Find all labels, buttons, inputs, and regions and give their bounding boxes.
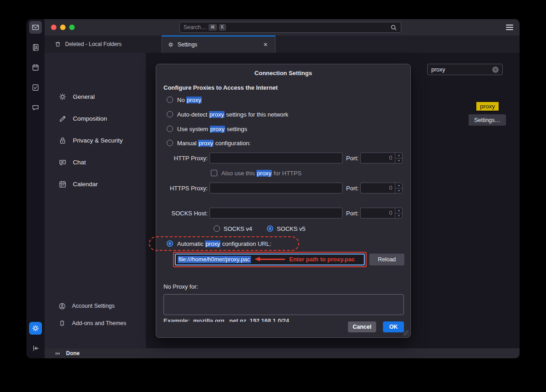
dialog-title: Connection Settings (156, 70, 410, 76)
sidebar-item-addons-themes[interactable]: Add-ons and Themes (45, 315, 146, 332)
status-bar: Done (45, 348, 520, 358)
sidebar-item-calendar[interactable]: Calendar (45, 173, 146, 195)
zoom-window-button[interactable] (69, 25, 75, 30)
close-window-button[interactable] (51, 25, 56, 30)
radio-icon[interactable] (167, 140, 173, 146)
checkbox-icon[interactable] (211, 170, 217, 176)
checkbox-also-https[interactable]: Also use this proxy for HTTPS (211, 169, 301, 177)
radio-automatic-proxy-url[interactable]: Automatic proxy configuration URL: (167, 240, 271, 247)
puzzle-icon (58, 320, 66, 327)
radio-autodetect-proxy[interactable]: Auto-detect proxy settings for this netw… (167, 111, 288, 118)
port-label: Port: (346, 155, 358, 162)
radio-icon[interactable] (167, 97, 173, 103)
gear-icon (31, 324, 40, 332)
spinner-arrows-icon[interactable]: ▴▾ (395, 153, 402, 163)
chat-space-button[interactable] (29, 101, 42, 114)
tab-label: Settings (178, 41, 197, 48)
trash-icon (55, 41, 61, 47)
reload-button[interactable]: Reload (369, 254, 404, 265)
resize-grip[interactable] (403, 331, 409, 336)
spinner-arrows-icon[interactable]: ▴▾ (395, 183, 402, 193)
connection-settings-button[interactable]: Settings… (469, 114, 506, 126)
sidebar-item-label: Privacy & Security (73, 137, 123, 144)
search-match-highlight: proxy (476, 102, 499, 111)
sidebar-item-label: Composition (73, 115, 107, 122)
port-value: 0 (361, 183, 395, 193)
socks-v4-label: SOCKS v4 (224, 225, 252, 232)
tab-settings[interactable]: Settings ✕ (162, 36, 276, 53)
address-book-icon (31, 43, 40, 51)
settings-sidebar: General Composition Privacy & Security (45, 53, 146, 348)
tasks-space-button[interactable] (29, 81, 42, 94)
shortcut-key-cmd: ⌘ (209, 24, 217, 31)
https-proxy-input[interactable] (209, 183, 342, 193)
no-proxy-for-textarea[interactable] (163, 294, 404, 315)
radio-system-proxy[interactable]: Use system proxy settings (167, 125, 247, 132)
radio-label: Manual proxy configuration: (177, 140, 251, 147)
addressbook-space-button[interactable] (29, 41, 42, 54)
mail-icon (31, 23, 40, 31)
no-proxy-for-label: No Proxy for: (163, 283, 198, 290)
socks-port-stepper[interactable]: 0 ▴▾ (360, 208, 403, 219)
radio-socks-v4[interactable] (214, 225, 220, 232)
status-text: Done (66, 350, 80, 356)
sidebar-item-label: Add-ons and Themes (72, 320, 126, 326)
pencil-icon (58, 114, 67, 123)
collapse-left-icon (31, 344, 40, 352)
tasks-icon (31, 83, 40, 92)
radio-manual-proxy[interactable]: Manual proxy configuration: (167, 139, 251, 147)
folder-tab-text: Deleted - Local Folders (65, 41, 122, 47)
chat-icon (31, 103, 40, 112)
sidebar-item-privacy-security[interactable]: Privacy & Security (45, 129, 146, 151)
port-label: Port: (346, 185, 358, 192)
http-proxy-label: HTTP Proxy: (163, 155, 208, 162)
mail-space-button[interactable] (29, 21, 42, 34)
spaces-toolbar (26, 19, 45, 358)
annotation-arrow-line (260, 259, 285, 260)
tab-bar: Deleted - Local Folders Settings ✕ (45, 36, 520, 53)
http-proxy-input[interactable] (209, 153, 342, 163)
radio-icon[interactable] (167, 126, 173, 132)
cancel-button[interactable]: Cancel (348, 321, 376, 332)
radio-socks-v5[interactable] (267, 225, 273, 232)
settings-search-value: proxy (431, 66, 445, 73)
minimize-window-button[interactable] (60, 25, 66, 30)
sidebar-item-account-settings[interactable]: Account Settings (45, 297, 146, 315)
settings-space-button[interactable] (29, 322, 42, 335)
radio-label: No proxy (177, 97, 202, 103)
socks-v5-label: SOCKS v5 (277, 225, 306, 232)
settings-search-input[interactable]: proxy ✕ (427, 64, 503, 75)
sidebar-item-label: Account Settings (72, 303, 115, 309)
socks-host-input[interactable] (209, 208, 342, 219)
window-controls (51, 25, 75, 30)
collapse-toolbar-button[interactable] (29, 342, 42, 355)
spinner-arrows-icon[interactable]: ▴▾ (395, 208, 402, 218)
radio-icon[interactable] (167, 240, 173, 247)
sidebar-item-general[interactable]: General (45, 86, 146, 107)
radio-icon[interactable] (167, 111, 173, 117)
sidebar-item-label: Calendar (73, 181, 98, 188)
ok-button[interactable]: OK (383, 321, 404, 332)
app-menu-button[interactable] (506, 25, 513, 30)
clear-search-icon[interactable]: ✕ (492, 66, 499, 73)
socks-host-label: SOCKS Host: (163, 210, 208, 217)
settings-page-backdrop: proxy ✕ proxy Settings… Connection Setti… (146, 53, 520, 348)
folder-tab-label[interactable]: Deleted - Local Folders (55, 41, 122, 47)
dialog-heading: Configure Proxies to Access the Internet (163, 84, 278, 91)
connection-settings-dialog: Connection Settings Configure Proxies to… (156, 64, 411, 338)
radio-label: Automatic proxy configuration URL: (177, 240, 271, 247)
close-tab-button[interactable]: ✕ (261, 41, 270, 49)
proxy-url-value: file:///home/h0mer/proxy.pac (178, 256, 251, 263)
account-gear-icon (58, 302, 66, 310)
global-search-input[interactable]: Search… ⌘ K (179, 22, 401, 33)
sidebar-item-chat[interactable]: Chat (45, 151, 146, 173)
port-value: 0 (361, 153, 395, 163)
activity-icon (54, 350, 61, 357)
sidebar-item-composition[interactable]: Composition (45, 107, 146, 129)
https-port-stepper[interactable]: 0 ▴▾ (360, 183, 403, 193)
gear-icon (168, 41, 174, 48)
http-port-stepper[interactable]: 0 ▴▾ (360, 153, 403, 163)
calendar-space-button[interactable] (29, 61, 42, 74)
chat-icon (58, 158, 67, 167)
radio-no-proxy[interactable]: No proxy (167, 96, 202, 103)
